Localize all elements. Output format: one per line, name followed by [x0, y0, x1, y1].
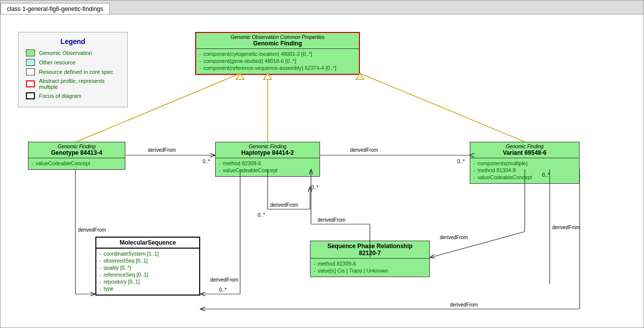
genomic-finding-common-header: Genomic Observation Common Properties Ge…	[196, 33, 359, 49]
tab-bar: class 1-general-fig6-genetic-findings	[0, 0, 644, 14]
sequence-phase-classname: Sequence Phase Relationship	[314, 243, 426, 250]
label-derived-variant-seqphase: derivedFrom	[440, 235, 468, 240]
common-attr-1: component(cytogenetic-location) 48001-2 …	[199, 51, 356, 57]
svg-line-7	[360, 73, 525, 142]
legend-color-white	[26, 68, 35, 75]
common-classname: Genomic Finding	[253, 40, 302, 47]
legend-item-genomic: Genomic Observation	[26, 49, 120, 56]
label-derived-geno-molseq: derivedFrom	[78, 227, 106, 233]
haplotype-box: Genomic Finding Haplotype 84414-2 method…	[215, 142, 320, 177]
molecular-classname: MolecularSequence	[120, 239, 176, 246]
label-mult-haplo-self-bottom: 0..*	[258, 212, 265, 218]
common-attr-3: component(reference-sequence-assembly) 6…	[199, 65, 356, 71]
molecular-header: MolecularSequence	[96, 238, 199, 249]
haplotype-attr-2: valueCodeableConcept	[219, 167, 317, 173]
variant-stereotype: Genomic Finding	[473, 144, 576, 149]
legend-title: Legend	[26, 37, 120, 45]
legend-label-genomic: Genomic Observation	[39, 50, 92, 56]
legend-label-core: Resource defined in core spec	[39, 69, 113, 75]
common-body: component(cytogenetic-location) 48001-2 …	[196, 49, 359, 74]
genotype-box: Genomic Finding Genotype 84413-4 valueCo…	[28, 142, 125, 170]
genotype-classname: Genotype 84413-4	[51, 149, 102, 156]
molecular-attr-5: repository [0..1]	[99, 279, 196, 285]
genotype-header: Genomic Finding Genotype 84413-4	[28, 142, 125, 158]
label-mult-geno-haplo: 0..*	[203, 159, 210, 164]
haplotype-header: Genomic Finding Haplotype 84414-2	[216, 142, 320, 158]
haplotype-stereotype: Genomic Finding	[219, 144, 317, 149]
molecular-attr-1: coordinateSystem [1..1]	[99, 251, 196, 257]
sequence-phase-box: Sequence Phase Relationship 82120-7 meth…	[310, 241, 430, 277]
variant-attr-2: method 81304-8	[473, 167, 576, 173]
legend-item-other: Other resource	[26, 59, 120, 66]
label-derived-variant-molseq: derivedFrom	[450, 302, 478, 308]
sequence-phase-header: Sequence Phase Relationship 82120-7	[311, 241, 429, 259]
sequence-phase-number: 82120-7	[359, 250, 381, 257]
molecular-body: coordinateSystem [1..1] observedSeq [0..…	[96, 249, 199, 295]
common-stereotype: Genomic Observation Common Properties	[199, 34, 356, 40]
sequence-phase-attr-2: value[x] Cis | Trans | Unknown	[314, 268, 426, 274]
label-derived-haplo-variant: derivedFrom	[350, 147, 378, 153]
molecular-sequence-box: MolecularSequence coordinateSystem [1..1…	[95, 237, 200, 296]
legend-label-other: Other resource	[39, 59, 75, 65]
legend-item-abstract: Abstract profile, represents multiple	[26, 78, 120, 90]
legend-color-black	[26, 92, 35, 99]
genotype-body: valueCodeableConcept	[28, 158, 125, 169]
legend-item-focus: Focus of diagram	[26, 92, 120, 99]
genomic-finding-common-box: Genomic Observation Common Properties Ge…	[195, 32, 360, 75]
label-mult-haplo-molseq: 0..*	[219, 287, 227, 293]
label-mult-haplo-self-right: 0..*	[311, 185, 319, 190]
label-derived-genotype-haplotype: derivedFrom	[148, 147, 176, 153]
label-derived-seqphase-haplo: derivedFrom	[318, 217, 345, 223]
legend-item-core: Resource defined in core spec	[26, 68, 120, 75]
genotype-attr-1: valueCodeableConcept	[31, 160, 122, 166]
haplotype-classname: Haplotype 84414-2	[241, 149, 294, 156]
sequence-phase-body: method 82309-6 value[x] Cis | Trans | Un…	[311, 259, 429, 277]
tab-label: class 1-general-fig6-genetic-findings	[7, 5, 103, 12]
label-mult-haplo-variant: 0..*	[457, 159, 465, 164]
molecular-attr-3: quality [0..*]	[99, 265, 196, 271]
variant-box: Genomic Finding Variant 69548-6 componen…	[470, 142, 580, 184]
genotype-stereotype: Genomic Finding	[31, 144, 122, 149]
label-derived-haplo-molseq: derivedFrom	[210, 277, 238, 283]
molecular-attr-6: type	[99, 286, 196, 292]
legend-label-abstract: Abstract profile, represents multiple	[39, 78, 120, 90]
haplotype-attr-1: method 82309-6	[219, 160, 317, 166]
legend-color-red	[26, 80, 35, 87]
svg-line-25	[430, 232, 525, 258]
label-derived-haplo-self: derivedFrom	[270, 202, 298, 208]
molecular-attr-4: referenceSeq [0..1]	[99, 272, 196, 278]
legend-box: Legend Genomic Observation Other resourc…	[18, 32, 128, 107]
common-attr-2: component(gene-studied) 48018-6 [0..*]	[199, 58, 356, 64]
legend-color-green	[26, 49, 35, 56]
variant-attr-3: valueCodeableConcept	[473, 174, 576, 180]
variant-attr-1: components(multiple)	[473, 160, 576, 166]
haplotype-body: method 82309-6 valueCodeableConcept	[216, 158, 320, 176]
diagram-area: Legend Genomic Observation Other resourc…	[0, 14, 644, 328]
label-variant-dr2: derivedFrom	[552, 225, 580, 230]
variant-body: components(multiple) method 81304-8 valu…	[470, 158, 579, 183]
variant-classname: Variant 69548-6	[503, 149, 546, 156]
variant-header: Genomic Finding Variant 69548-6	[470, 142, 579, 158]
molecular-attr-2: observedSeq [0..1]	[99, 258, 196, 264]
tab-class[interactable]: class 1-general-fig6-genetic-findings	[0, 3, 110, 14]
legend-color-cyan	[26, 59, 35, 66]
main-container: class 1-general-fig6-genetic-findings Le…	[0, 0, 644, 328]
legend-label-focus: Focus of diagram	[39, 93, 81, 99]
sequence-phase-attr-1: method 82309-6	[314, 261, 426, 267]
